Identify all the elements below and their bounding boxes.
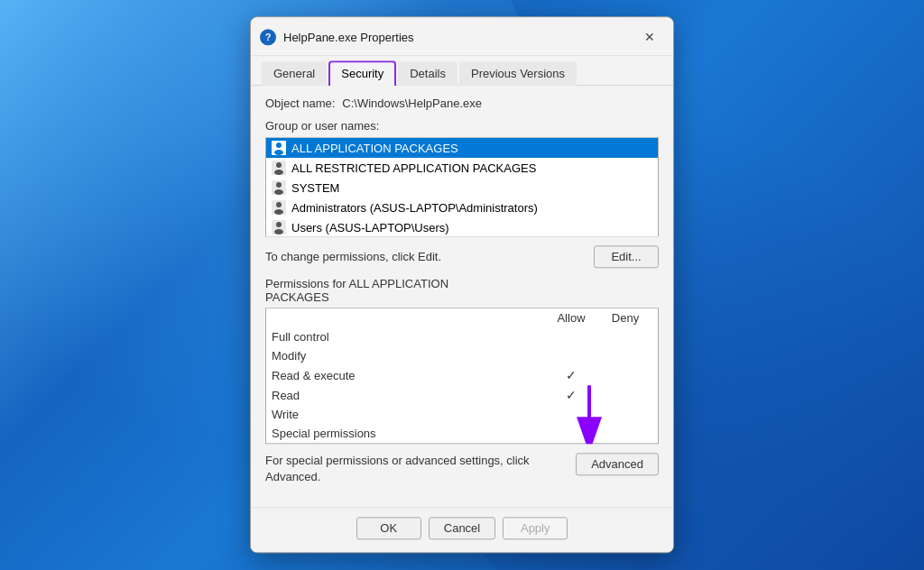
object-name-row: Object name: C:\Windows\HelpPane.exe	[265, 97, 659, 110]
advanced-text: For special permissions or advanced sett…	[265, 453, 567, 485]
perm-row-special-permissions: Special permissions	[266, 424, 658, 443]
svg-point-1	[276, 142, 282, 148]
user-item-system[interactable]: SYSTEM	[266, 178, 658, 198]
dialog-icon: ?	[260, 29, 276, 45]
close-button[interactable]: ✕	[637, 24, 662, 50]
allow-cell: ✓	[544, 388, 598, 402]
user-item-all-app-packages[interactable]: ALL APPLICATION PACKAGES	[266, 138, 658, 158]
group-label: Group or user names:	[265, 119, 659, 133]
bottom-buttons: OK Cancel Apply	[251, 508, 673, 553]
user-item-all-restricted[interactable]: ALL RESTRICTED APPLICATION PACKAGES	[266, 158, 658, 178]
perm-row-read: Read✓	[266, 385, 658, 405]
cancel-button[interactable]: Cancel	[429, 518, 495, 540]
svg-point-14	[274, 229, 283, 234]
user-icon	[272, 141, 286, 155]
svg-point-5	[274, 170, 283, 175]
svg-point-2	[274, 150, 283, 155]
tab-previous-versions[interactable]: Previous Versions	[459, 61, 577, 86]
object-name-value: C:\Windows\HelpPane.exe	[342, 97, 482, 110]
perm-row-full-control: Full control	[266, 327, 658, 346]
permissions-table: Allow Deny Full controlModifyRead & exec…	[265, 308, 659, 444]
user-icon	[272, 200, 286, 215]
tab-general[interactable]: General	[262, 61, 327, 86]
user-item-administrators[interactable]: Administrators (ASUS-LAPTOP\Administrato…	[266, 198, 658, 217]
dialog-title: HelpPane.exe Properties	[283, 31, 637, 44]
edit-button[interactable]: Edit...	[594, 245, 659, 268]
user-icon	[272, 161, 286, 175]
title-bar: ? HelpPane.exe Properties ✕	[251, 17, 673, 56]
perm-row-read-and-execute: Read & execute✓	[266, 365, 658, 385]
change-perm-row: To change permissions, click Edit. Edit.…	[265, 245, 659, 268]
allow-cell: ✓	[544, 368, 598, 382]
svg-point-8	[274, 189, 283, 195]
security-content: Object name: C:\Windows\HelpPane.exe Gro…	[251, 86, 673, 507]
user-item-users[interactable]: Users (ASUS-LAPTOP\Users)	[266, 217, 658, 236]
permissions-label: Permissions for ALL APPLICATION PACKAGES	[265, 277, 659, 304]
tab-security[interactable]: Security	[328, 60, 396, 86]
svg-point-10	[276, 202, 282, 207]
user-icon	[272, 220, 286, 234]
allow-header: Allow	[544, 311, 598, 325]
ok-button[interactable]: OK	[356, 518, 421, 540]
apply-button[interactable]: Apply	[503, 518, 568, 540]
tab-bar: General Security Details Previous Versio…	[251, 56, 673, 86]
deny-header: Deny	[598, 311, 652, 325]
svg-point-7	[276, 182, 282, 188]
user-icon	[272, 180, 286, 195]
users-list[interactable]: ALL APPLICATION PACKAGES ALL RESTRICTED …	[265, 137, 659, 236]
svg-point-13	[276, 222, 282, 227]
perm-row-write: Write	[266, 405, 658, 424]
svg-point-4	[276, 162, 282, 168]
advanced-button[interactable]: Advanced	[576, 453, 659, 475]
perm-row-modify: Modify	[266, 346, 658, 365]
properties-dialog: ? HelpPane.exe Properties ✕ General Secu…	[250, 16, 674, 553]
tab-details[interactable]: Details	[398, 61, 457, 86]
perm-header: Allow Deny	[266, 308, 658, 327]
advanced-section: For special permissions or advanced sett…	[265, 453, 659, 485]
svg-point-11	[274, 209, 283, 215]
object-name-label: Object name:	[265, 97, 335, 110]
change-perm-text: To change permissions, click Edit.	[265, 250, 441, 263]
